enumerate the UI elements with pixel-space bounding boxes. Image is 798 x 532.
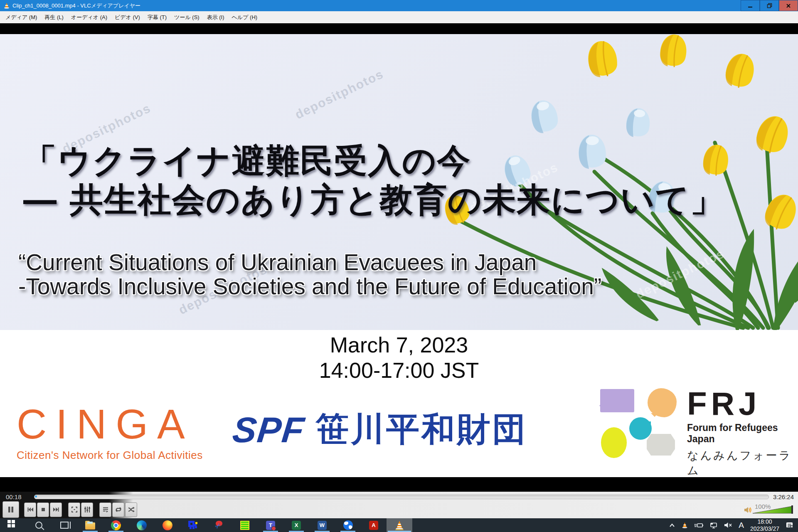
search-button[interactable] — [26, 518, 52, 532]
battery-plug-icon[interactable] — [694, 522, 703, 528]
frj-bubble-teal — [629, 417, 652, 440]
green-app-button[interactable] — [232, 518, 258, 532]
menu-video[interactable]: ビデオ (V) — [111, 12, 144, 23]
spf-name-japanese: 笹川平和財団 — [315, 407, 527, 452]
ime-mode-indicator[interactable]: A — [739, 521, 744, 530]
menu-view[interactable]: 表示 (I) — [203, 12, 228, 23]
restore-button[interactable] — [760, 0, 779, 11]
playlist-button[interactable] — [99, 502, 111, 517]
slide-title-english: “Current Situations of Ukrainian Evacuee… — [18, 250, 601, 299]
acrobat-button[interactable]: A — [361, 518, 387, 532]
vlc-cone-icon — [395, 520, 404, 530]
loop-button[interactable] — [112, 502, 124, 517]
taskbar-clock[interactable]: 18:00 2023/03/27 — [750, 518, 779, 532]
vlc-taskbar-button[interactable] — [387, 518, 412, 532]
pause-icon — [7, 506, 15, 513]
firefox-button[interactable] — [155, 518, 180, 532]
spf-mark: SPF — [231, 409, 307, 451]
clock-date: 2023/03/27 — [750, 525, 779, 532]
event-date-line2: 14:00-17:00 JST — [0, 358, 798, 383]
frj-bubble-gray — [647, 434, 675, 456]
cinga-tagline: Citizen's Network for Global Activities — [17, 449, 203, 462]
fullscreen-button[interactable] — [68, 502, 80, 517]
chrome-icon — [111, 520, 121, 530]
task-view-icon — [60, 522, 69, 529]
player-controls-bar: 00:18 3:26:24 — [0, 492, 798, 518]
jp-title-line1: 「ウクライナ避難民受入の今 — [23, 141, 724, 180]
frj-name-japanese: なんみんフォーラム — [687, 448, 798, 477]
system-tray: A 18:00 2023/03/27 — [669, 518, 798, 532]
menu-subtitle[interactable]: 字幕 (T) — [144, 12, 170, 23]
loop-icon — [115, 506, 122, 513]
slide-title-japanese: 「ウクライナ避難民受入の今 ― 共生社会のあり方と教育の未来について」 — [23, 141, 724, 219]
action-center-icon[interactable] — [786, 522, 794, 529]
en-title-line2: -Towards Inclusive Societies and the Fut… — [18, 274, 601, 298]
restore-icon — [767, 3, 772, 8]
chrome-button[interactable] — [103, 518, 129, 532]
pause-button[interactable] — [2, 501, 19, 518]
video-surface[interactable]: depositphotos depositphotos depositphoto… — [0, 23, 798, 492]
seek-bar[interactable] — [34, 495, 769, 499]
menu-playback[interactable]: 再生 (L) — [41, 12, 67, 23]
volume-control[interactable]: 100% — [744, 505, 798, 514]
menu-tools[interactable]: ツール (S) — [170, 12, 203, 23]
search-icon — [35, 522, 42, 529]
cinga-logo: CINGA Citizen's Network for Global Activ… — [17, 403, 203, 462]
shuffle-button[interactable] — [125, 502, 137, 517]
next-button[interactable] — [50, 502, 62, 517]
clock-time: 18:00 — [750, 518, 779, 525]
speaker-muted-icon[interactable] — [724, 522, 732, 528]
file-explorer-button[interactable] — [77, 518, 103, 532]
menu-media[interactable]: メディア (M) — [2, 12, 41, 23]
word-button[interactable]: W — [309, 518, 335, 532]
spf-logo: SPF 笹川平和財団 — [233, 407, 527, 452]
green-app-icon — [240, 521, 249, 530]
playlist-icon — [102, 506, 109, 513]
excel-button[interactable]: X — [283, 518, 309, 532]
slide-frame: depositphotos depositphotos depositphoto… — [0, 34, 798, 477]
en-title-line1: “Current Situations of Ukrainian Evacuee… — [18, 250, 601, 274]
edge-icon — [137, 520, 147, 530]
vlc-cone-icon — [3, 2, 10, 9]
cinga-wordmark: CINGA — [17, 403, 203, 445]
frj-logo: FRJ Forum for Refugees Japan なんみんフォーラム — [598, 387, 798, 477]
menu-audio[interactable]: オーディオ (A) — [67, 12, 111, 23]
scissors-icon — [214, 521, 224, 530]
seek-progress — [35, 495, 37, 498]
volume-percentage: 100% — [755, 503, 771, 510]
frj-bubble-purple — [600, 389, 634, 412]
event-date-line1: March 7, 2023 — [0, 332, 798, 358]
browser-globe-button[interactable] — [335, 518, 361, 532]
teams-icon: T — [266, 521, 275, 530]
start-button[interactable] — [0, 518, 26, 532]
elapsed-time: 00:18 — [6, 493, 30, 500]
firefox-icon — [163, 520, 172, 530]
shuffle-icon — [128, 506, 135, 513]
blue-pixel-app-icon — [188, 521, 190, 523]
clip-tool-button[interactable] — [206, 518, 232, 532]
menu-help[interactable]: ヘルプ (H) — [228, 12, 261, 23]
stop-icon — [40, 506, 47, 513]
teams-button[interactable]: T — [258, 518, 283, 532]
task-view-button[interactable] — [52, 518, 77, 532]
vlc-window: Clip_ch1_0008_0001.mp4 - VLCメディアプレイヤー メデ… — [0, 0, 798, 532]
minimize-button[interactable] — [741, 0, 760, 11]
extended-settings-button[interactable] — [81, 502, 93, 517]
stop-button[interactable] — [37, 502, 49, 517]
frj-wordmark: FRJ — [687, 387, 798, 420]
blue-app-button[interactable] — [180, 518, 206, 532]
network-icon[interactable] — [709, 522, 718, 529]
watermark-text: depositphotos — [293, 67, 386, 122]
close-button[interactable] — [779, 0, 798, 11]
slide-upper-section: depositphotos depositphotos depositphoto… — [0, 34, 798, 330]
title-bar[interactable]: Clip_ch1_0008_0001.mp4 - VLCメディアプレイヤー — [0, 0, 798, 11]
word-icon: W — [318, 521, 327, 530]
tray-vlc-icon[interactable] — [682, 522, 688, 529]
next-icon — [53, 506, 59, 513]
previous-button[interactable] — [24, 502, 36, 517]
event-date: March 7, 2023 14:00-17:00 JST — [0, 332, 798, 384]
tray-chevron-icon[interactable] — [669, 522, 675, 528]
edge-button[interactable] — [129, 518, 155, 532]
frj-bubble-yellow — [601, 427, 627, 458]
window-title: Clip_ch1_0008_0001.mp4 - VLCメディアプレイヤー — [12, 2, 140, 10]
